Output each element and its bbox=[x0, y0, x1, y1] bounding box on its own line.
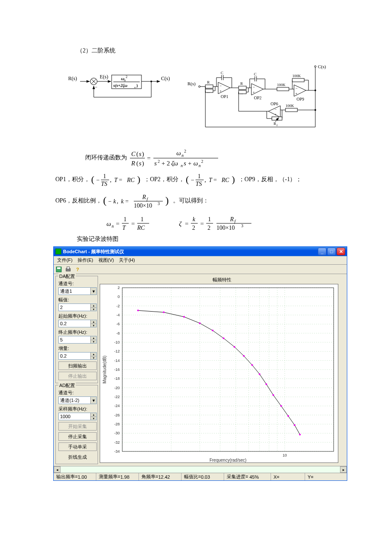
svg-text:+ 2: + 2 bbox=[161, 160, 170, 167]
statusbar: 输出频率=1.00 测量频率=1.98 角频率=12.42 幅值比=0.03 采… bbox=[54, 473, 347, 480]
svg-text:2: 2 bbox=[118, 286, 120, 290]
chevron-down-icon[interactable]: ▾ bbox=[90, 288, 96, 295]
svg-text:): ) bbox=[232, 174, 235, 185]
svg-text:RC: RC bbox=[127, 177, 135, 183]
closed-loop-formula: 闭环传递函数为 C(s) R(s) = ωn2 s2 + 2ζωns +ωn2 bbox=[85, 148, 337, 168]
menu-view[interactable]: 视图(V) bbox=[97, 257, 116, 263]
svg-text:C: C bbox=[221, 71, 223, 75]
print-icon[interactable] bbox=[65, 266, 72, 273]
status-meas-freq: 测量频率=1.98 bbox=[96, 473, 139, 480]
svg-point-242 bbox=[251, 364, 253, 366]
svg-point-18 bbox=[150, 81, 152, 82]
svg-text:s: s bbox=[154, 160, 157, 167]
op-desc-2: OP6，反相比例， ( −k , k = Rf 100×103 ) 。可以得到： bbox=[55, 192, 337, 211]
status-amp-ratio: 幅值比=0.03 bbox=[182, 473, 224, 480]
svg-text:k: k bbox=[193, 216, 196, 223]
manual-sample-button[interactable]: 手动单采 bbox=[58, 442, 97, 451]
polyline-button[interactable]: 折线生成 bbox=[58, 453, 97, 461]
menu-about[interactable]: 关于(H) bbox=[117, 257, 136, 263]
svg-text:s: s bbox=[184, 160, 186, 167]
bode-chart: 20-2-4-6-8-10-12-14-16-18-20-22-24-26-28… bbox=[100, 284, 339, 463]
svg-point-98 bbox=[314, 109, 316, 111]
svg-point-234 bbox=[137, 309, 139, 311]
svg-text:(: ( bbox=[91, 174, 94, 185]
svg-text:=: = bbox=[200, 220, 204, 227]
status-y: Y= bbox=[305, 473, 347, 480]
svg-text:1: 1 bbox=[141, 216, 144, 223]
status-ang-freq: 角频率=12.42 bbox=[139, 473, 182, 480]
svg-text:T: T bbox=[209, 177, 213, 183]
es-label: E(s) bbox=[100, 74, 108, 80]
minimize-button[interactable]: _ bbox=[318, 248, 326, 255]
svg-text:=: = bbox=[213, 177, 217, 183]
svg-text:C(s): C(s) bbox=[318, 64, 326, 69]
svg-text:): ) bbox=[142, 160, 144, 167]
svg-point-237 bbox=[199, 322, 201, 324]
svg-text:-10: -10 bbox=[114, 340, 120, 344]
close-button[interactable]: ✕ bbox=[337, 248, 345, 255]
scroll-right-icon[interactable]: ▸ bbox=[340, 466, 347, 473]
svg-point-97 bbox=[314, 90, 316, 91]
svg-text:s: s bbox=[139, 160, 141, 167]
fstop-spin[interactable]: 5▴▾ bbox=[58, 336, 97, 344]
op-desc-1: OP1，积分， ( − 1 TS , T = RC ) ；OP2，积分， ( −… bbox=[55, 171, 337, 188]
amplitude-label: 幅值: bbox=[58, 297, 95, 303]
svg-text:,: , bbox=[110, 177, 112, 183]
maximize-button[interactable]: □ bbox=[327, 248, 336, 255]
svg-text:2: 2 bbox=[192, 225, 195, 231]
ad-config-group: AD配置 通道号: 通道(1-2)▾ 采样频率(Hz): 1000▴▾ 开始采集… bbox=[55, 385, 98, 464]
svg-text:=: = bbox=[131, 220, 135, 227]
stop-sample-button[interactable]: 停止采集 bbox=[58, 432, 97, 441]
status-out-freq: 输出频率=1.00 bbox=[54, 473, 96, 480]
svg-text:,: , bbox=[205, 177, 206, 183]
fstart-spin[interactable]: 0.2▴▾ bbox=[58, 320, 97, 327]
channel-label: 通道号: bbox=[58, 280, 95, 287]
fs-spin[interactable]: 1000▴▾ bbox=[58, 413, 97, 420]
help-icon[interactable]: ? bbox=[74, 266, 81, 273]
inc-label: 增量: bbox=[58, 345, 95, 352]
svg-text:-6: -6 bbox=[116, 322, 120, 326]
ad-channel-combo[interactable]: 通道(1-2)▾ bbox=[58, 396, 97, 404]
svg-text:k: k bbox=[121, 198, 124, 205]
svg-text:2: 2 bbox=[201, 159, 203, 164]
svg-text:ω: ω bbox=[193, 160, 198, 167]
sweep-output-button[interactable]: 扫频输出 bbox=[58, 361, 97, 370]
menu-operate[interactable]: 操作(E) bbox=[76, 257, 95, 263]
chevron-down-icon[interactable]: ▾ bbox=[90, 397, 96, 404]
svg-text:-20: -20 bbox=[114, 386, 120, 390]
start-sample-button[interactable]: 开始采集 bbox=[58, 422, 97, 431]
svg-text:0: 0 bbox=[118, 295, 120, 299]
svg-text:=: = bbox=[119, 177, 122, 183]
inc-spin[interactable]: 0.2▴▾ bbox=[58, 352, 97, 360]
amplitude-spin[interactable]: 2▴▾ bbox=[58, 304, 97, 311]
toolbar: ? bbox=[54, 265, 347, 274]
titlebar[interactable]: BodeChart - 频率特性测试仪 _ □ ✕ bbox=[54, 247, 347, 256]
svg-text:n: n bbox=[181, 163, 183, 168]
opamp-circuit: R(s) R R − + OP1 C R R − + OP2 bbox=[187, 63, 341, 136]
svg-text:=: = bbox=[185, 220, 188, 227]
svg-text:C: C bbox=[254, 72, 257, 76]
scroll-left-icon[interactable]: ◂ bbox=[54, 466, 61, 473]
svg-text:n: n bbox=[112, 224, 114, 228]
rs-label: R(s) bbox=[68, 75, 77, 81]
svg-text:−: − bbox=[95, 84, 97, 90]
svg-point-248 bbox=[294, 424, 295, 426]
svg-text:OP2: OP2 bbox=[254, 95, 262, 100]
svg-text:−: − bbox=[191, 177, 194, 183]
save-icon[interactable] bbox=[55, 266, 62, 273]
stop-output-button[interactable]: 停止输出 bbox=[58, 372, 97, 380]
svg-text:1: 1 bbox=[124, 216, 127, 223]
app-icon bbox=[55, 249, 61, 254]
menu-file[interactable]: 文件(F) bbox=[55, 257, 74, 263]
channel-combo[interactable]: 通道1▾ bbox=[58, 287, 97, 295]
horizontal-scrollbar[interactable]: ◂ ▸ bbox=[54, 466, 347, 473]
window-title: BodeChart - 频率特性测试仪 bbox=[63, 249, 124, 255]
svg-text:s: s bbox=[139, 150, 141, 157]
svg-text:-28: -28 bbox=[114, 422, 120, 426]
svg-text:R: R bbox=[230, 216, 234, 223]
svg-text:): ) bbox=[137, 174, 140, 185]
svg-text:=: = bbox=[116, 220, 119, 227]
svg-text:−: − bbox=[253, 85, 255, 89]
svg-point-245 bbox=[272, 394, 274, 396]
svg-text:+: + bbox=[253, 90, 255, 94]
